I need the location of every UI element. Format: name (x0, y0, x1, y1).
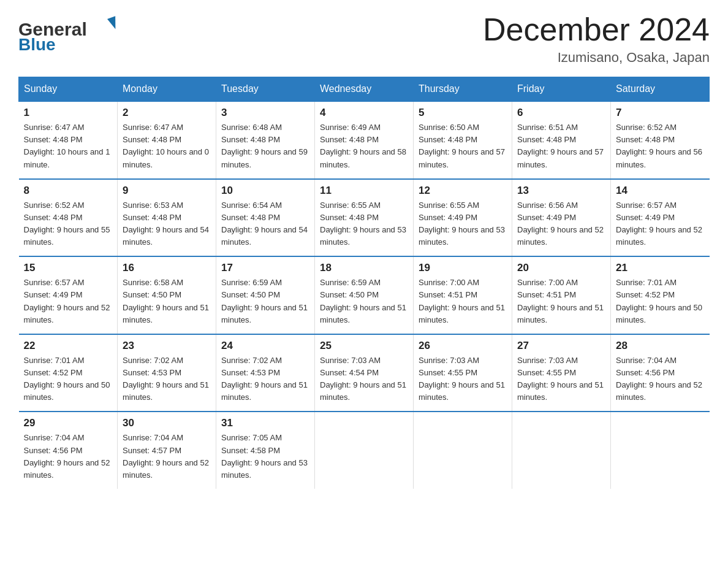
calendar-day-23: 23 Sunrise: 7:02 AMSunset: 4:53 PMDaylig… (118, 334, 216, 412)
day-number: 17 (221, 262, 309, 274)
calendar-week-5: 29 Sunrise: 7:04 AMSunset: 4:56 PMDaylig… (19, 412, 710, 489)
day-number: 6 (517, 107, 605, 119)
calendar-week-2: 8 Sunrise: 6:52 AMSunset: 4:48 PMDayligh… (19, 179, 710, 257)
day-info: Sunrise: 6:52 AMSunset: 4:48 PMDaylight:… (24, 201, 110, 247)
calendar-day-16: 16 Sunrise: 6:58 AMSunset: 4:50 PMDaylig… (118, 256, 216, 334)
day-number: 14 (616, 185, 705, 197)
day-info: Sunrise: 6:47 AMSunset: 4:48 PMDaylight:… (123, 123, 209, 169)
day-number: 8 (24, 185, 113, 197)
calendar-day-3: 3 Sunrise: 6:48 AMSunset: 4:48 PMDayligh… (216, 101, 315, 179)
day-info: Sunrise: 6:54 AMSunset: 4:48 PMDaylight:… (221, 201, 308, 247)
day-number: 9 (123, 185, 211, 197)
day-info: Sunrise: 7:01 AMSunset: 4:52 PMDaylight:… (24, 356, 110, 402)
day-number: 12 (419, 185, 507, 197)
day-header-sunday: Sunday (19, 77, 118, 102)
day-info: Sunrise: 6:56 AMSunset: 4:49 PMDaylight:… (517, 201, 604, 247)
calendar-day-18: 18 Sunrise: 6:59 AMSunset: 4:50 PMDaylig… (315, 256, 414, 334)
empty-cell (414, 412, 512, 489)
day-info: Sunrise: 6:51 AMSunset: 4:48 PMDaylight:… (517, 123, 604, 169)
day-number: 5 (419, 107, 507, 119)
day-info: Sunrise: 6:53 AMSunset: 4:48 PMDaylight:… (123, 201, 209, 247)
day-header-monday: Monday (118, 77, 216, 102)
day-info: Sunrise: 6:58 AMSunset: 4:50 PMDaylight:… (123, 278, 209, 324)
day-info: Sunrise: 7:00 AMSunset: 4:51 PMDaylight:… (517, 278, 604, 324)
calendar-day-7: 7 Sunrise: 6:52 AMSunset: 4:48 PMDayligh… (611, 101, 710, 179)
day-info: Sunrise: 6:47 AMSunset: 4:48 PMDaylight:… (24, 123, 110, 169)
calendar-day-26: 26 Sunrise: 7:03 AMSunset: 4:55 PMDaylig… (414, 334, 512, 412)
day-number: 10 (221, 185, 309, 197)
day-number: 20 (517, 262, 605, 274)
day-number: 13 (517, 185, 605, 197)
calendar-day-15: 15 Sunrise: 6:57 AMSunset: 4:49 PMDaylig… (19, 256, 118, 334)
calendar-day-31: 31 Sunrise: 7:05 AMSunset: 4:58 PMDaylig… (216, 412, 315, 489)
calendar-day-13: 13 Sunrise: 6:56 AMSunset: 4:49 PMDaylig… (512, 179, 611, 257)
empty-cell (512, 412, 611, 489)
day-number: 4 (320, 107, 408, 119)
day-number: 2 (123, 107, 211, 119)
logo-svg: General Blue (18, 12, 129, 55)
empty-cell (315, 412, 414, 489)
calendar-day-9: 9 Sunrise: 6:53 AMSunset: 4:48 PMDayligh… (118, 179, 216, 257)
svg-text:Blue: Blue (18, 35, 56, 54)
day-info: Sunrise: 6:55 AMSunset: 4:48 PMDaylight:… (320, 201, 406, 247)
calendar-day-10: 10 Sunrise: 6:54 AMSunset: 4:48 PMDaylig… (216, 179, 315, 257)
calendar-day-20: 20 Sunrise: 7:00 AMSunset: 4:51 PMDaylig… (512, 256, 611, 334)
calendar-day-21: 21 Sunrise: 7:01 AMSunset: 4:52 PMDaylig… (611, 256, 710, 334)
calendar-day-22: 22 Sunrise: 7:01 AMSunset: 4:52 PMDaylig… (19, 334, 118, 412)
day-info: Sunrise: 7:01 AMSunset: 4:52 PMDaylight:… (616, 278, 702, 324)
calendar-day-17: 17 Sunrise: 6:59 AMSunset: 4:50 PMDaylig… (216, 256, 315, 334)
day-info: Sunrise: 6:50 AMSunset: 4:48 PMDaylight:… (419, 123, 505, 169)
day-header-wednesday: Wednesday (315, 77, 414, 102)
day-info: Sunrise: 6:55 AMSunset: 4:49 PMDaylight:… (419, 201, 505, 247)
day-info: Sunrise: 6:49 AMSunset: 4:48 PMDaylight:… (320, 123, 406, 169)
calendar-day-1: 1 Sunrise: 6:47 AMSunset: 4:48 PMDayligh… (19, 101, 118, 179)
day-info: Sunrise: 6:52 AMSunset: 4:48 PMDaylight:… (616, 123, 702, 169)
day-info: Sunrise: 7:04 AMSunset: 4:56 PMDaylight:… (24, 433, 110, 479)
calendar-day-27: 27 Sunrise: 7:03 AMSunset: 4:55 PMDaylig… (512, 334, 611, 412)
location: Izumisano, Osaka, Japan (483, 50, 710, 66)
svg-marker-1 (107, 16, 119, 31)
calendar-week-1: 1 Sunrise: 6:47 AMSunset: 4:48 PMDayligh… (19, 101, 710, 179)
calendar-table: SundayMondayTuesdayWednesdayThursdayFrid… (18, 77, 710, 489)
calendar-day-5: 5 Sunrise: 6:50 AMSunset: 4:48 PMDayligh… (414, 101, 512, 179)
calendar-day-8: 8 Sunrise: 6:52 AMSunset: 4:48 PMDayligh… (19, 179, 118, 257)
day-header-friday: Friday (512, 77, 611, 102)
day-headers: SundayMondayTuesdayWednesdayThursdayFrid… (19, 77, 710, 102)
day-info: Sunrise: 7:05 AMSunset: 4:58 PMDaylight:… (221, 433, 308, 479)
day-number: 31 (221, 417, 309, 429)
title-block: December 2024 Izumisano, Osaka, Japan (483, 12, 710, 66)
calendar-day-29: 29 Sunrise: 7:04 AMSunset: 4:56 PMDaylig… (19, 412, 118, 489)
day-number: 23 (123, 340, 211, 352)
day-header-saturday: Saturday (611, 77, 710, 102)
calendar-day-11: 11 Sunrise: 6:55 AMSunset: 4:48 PMDaylig… (315, 179, 414, 257)
calendar-day-24: 24 Sunrise: 7:02 AMSunset: 4:53 PMDaylig… (216, 334, 315, 412)
day-number: 21 (616, 262, 705, 274)
day-number: 22 (24, 340, 113, 352)
day-number: 29 (24, 417, 113, 429)
day-info: Sunrise: 6:59 AMSunset: 4:50 PMDaylight:… (320, 278, 406, 324)
logo: General Blue (18, 12, 129, 55)
calendar-day-25: 25 Sunrise: 7:03 AMSunset: 4:54 PMDaylig… (315, 334, 414, 412)
day-info: Sunrise: 7:04 AMSunset: 4:57 PMDaylight:… (123, 433, 209, 479)
day-number: 19 (419, 262, 507, 274)
day-info: Sunrise: 6:57 AMSunset: 4:49 PMDaylight:… (24, 278, 110, 324)
day-number: 30 (123, 417, 211, 429)
day-number: 7 (616, 107, 705, 119)
empty-cell (611, 412, 710, 489)
day-header-tuesday: Tuesday (216, 77, 315, 102)
day-number: 28 (616, 340, 705, 352)
calendar-day-2: 2 Sunrise: 6:47 AMSunset: 4:48 PMDayligh… (118, 101, 216, 179)
day-info: Sunrise: 6:48 AMSunset: 4:48 PMDaylight:… (221, 123, 308, 169)
calendar-day-28: 28 Sunrise: 7:04 AMSunset: 4:56 PMDaylig… (611, 334, 710, 412)
day-number: 24 (221, 340, 309, 352)
calendar-day-14: 14 Sunrise: 6:57 AMSunset: 4:49 PMDaylig… (611, 179, 710, 257)
day-number: 16 (123, 262, 211, 274)
day-number: 18 (320, 262, 408, 274)
day-info: Sunrise: 6:59 AMSunset: 4:50 PMDaylight:… (221, 278, 308, 324)
day-header-thursday: Thursday (414, 77, 512, 102)
calendar-day-12: 12 Sunrise: 6:55 AMSunset: 4:49 PMDaylig… (414, 179, 512, 257)
day-number: 15 (24, 262, 113, 274)
day-number: 27 (517, 340, 605, 352)
day-number: 25 (320, 340, 408, 352)
day-info: Sunrise: 7:04 AMSunset: 4:56 PMDaylight:… (616, 356, 702, 402)
